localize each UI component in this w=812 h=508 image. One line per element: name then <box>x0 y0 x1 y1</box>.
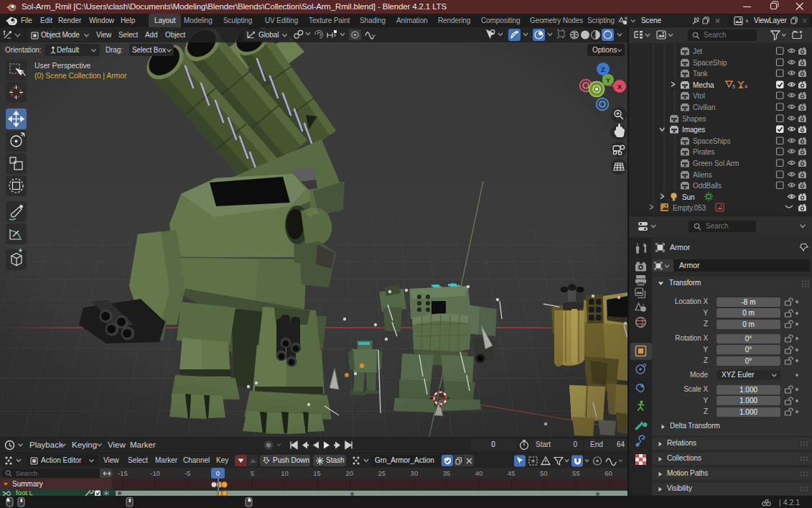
svg-text:4: 4 <box>745 84 747 89</box>
svg-text:Z: Z <box>601 65 605 73</box>
svg-text:Y: Y <box>606 77 610 84</box>
svg-text:Images: Images <box>682 126 705 134</box>
svg-text:X: X <box>617 83 622 91</box>
svg-text:Sun: Sun <box>682 193 695 201</box>
svg-text:Tank: Tank <box>693 70 709 78</box>
svg-text:Shapes: Shapes <box>682 115 706 123</box>
svg-text:OddBalls: OddBalls <box>693 182 722 190</box>
svg-text:Pirates: Pirates <box>693 148 715 156</box>
svg-text:5: 5 <box>732 84 735 89</box>
svg-text:Vtol: Vtol <box>693 92 705 100</box>
svg-text:Civilian: Civilian <box>693 103 715 111</box>
svg-text:Jet: Jet <box>693 47 702 55</box>
svg-text:Empty.053: Empty.053 <box>673 204 706 212</box>
svg-text:Green Sol Arm: Green Sol Arm <box>693 160 739 167</box>
svg-text:SpaceShip: SpaceShip <box>693 59 727 67</box>
svg-text:SpaceShips: SpaceShips <box>693 137 730 145</box>
svg-text:Aliens: Aliens <box>693 171 712 179</box>
svg-text:Mecha: Mecha <box>693 81 714 89</box>
